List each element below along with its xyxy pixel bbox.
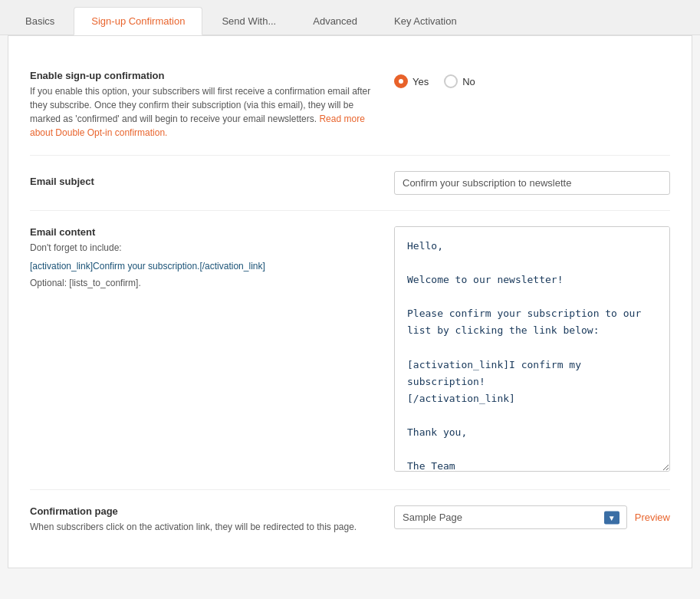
radio-no-circle [444, 74, 458, 88]
email-subject-section: Email subject [30, 156, 670, 211]
email-content-title: Email content [30, 226, 379, 238]
sample-page-select-wrapper: Sample Page Default Page Custom Page ▼ [394, 505, 627, 529]
radio-no-label: No [462, 76, 475, 87]
tab-bar: Basics Sign-up Confirmation Send With...… [0, 0, 700, 35]
enable-signup-right: Yes No [394, 70, 670, 88]
radio-yes[interactable]: Yes [394, 74, 429, 88]
content-area: Enable sign-up confirmation If you enabl… [8, 35, 692, 568]
radio-yes-label: Yes [412, 76, 429, 87]
radio-yes-circle [394, 74, 408, 88]
email-content-textarea[interactable]: Hello, Welcome to our newsletter! Please… [394, 226, 670, 472]
enable-signup-title: Enable sign-up confirmation [30, 70, 379, 81]
include-item-activation: [activation_link]Confirm your subscripti… [30, 261, 379, 272]
yes-no-radio-group: Yes No [394, 74, 670, 88]
confirmation-page-left: Confirmation page When subscribers click… [30, 505, 379, 534]
enable-signup-section: Enable sign-up confirmation If you enabl… [30, 54, 670, 156]
preview-link[interactable]: Preview [635, 512, 670, 523]
confirmation-page-right: Sample Page Default Page Custom Page ▼ P… [394, 505, 670, 529]
email-subject-left: Email subject [30, 176, 379, 190]
tab-key-activation[interactable]: Key Activation [376, 7, 475, 35]
confirmation-page-title: Confirmation page [30, 505, 379, 517]
email-content-left: Email content Don't forget to include: [… [30, 226, 379, 288]
email-content-right: Hello, Welcome to our newsletter! Please… [394, 226, 670, 474]
radio-no[interactable]: No [444, 74, 475, 88]
confirmation-page-desc: When subscribers click on the activation… [30, 520, 379, 534]
tab-signup-confirmation[interactable]: Sign-up Confirmation [74, 7, 202, 35]
tab-send-with[interactable]: Send With... [204, 7, 294, 35]
email-subject-right [394, 171, 670, 195]
enable-signup-desc: If you enable this option, your subscrib… [30, 84, 379, 140]
confirmation-page-section: Confirmation page When subscribers click… [30, 490, 670, 549]
email-subject-label: Email subject [30, 176, 379, 187]
email-content-section: Email content Don't forget to include: [… [30, 211, 670, 490]
optional-item: Optional: [lists_to_confirm]. [30, 278, 379, 288]
email-content-dont-forget: Don't forget to include: [30, 241, 379, 255]
tab-advanced[interactable]: Advanced [295, 7, 375, 35]
email-subject-input[interactable] [394, 171, 670, 195]
sample-page-select[interactable]: Sample Page Default Page Custom Page [394, 505, 627, 529]
enable-signup-left: Enable sign-up confirmation If you enabl… [30, 70, 379, 140]
include-list: [activation_link]Confirm your subscripti… [30, 261, 379, 272]
tab-basics[interactable]: Basics [8, 7, 72, 35]
